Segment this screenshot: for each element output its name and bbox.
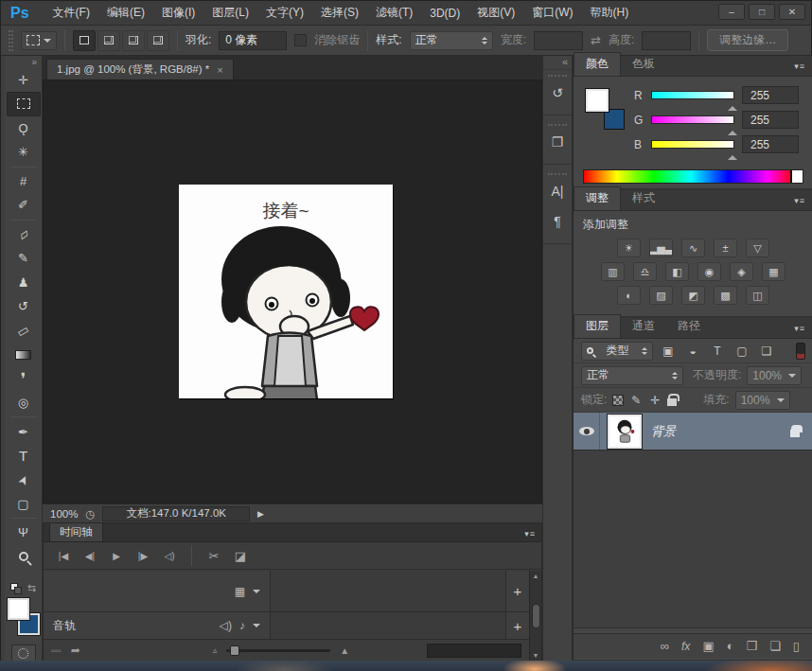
antialias-checkbox[interactable] [294,34,307,46]
toolbar-collapse-icon[interactable]: » [5,56,42,68]
lock-transparency-icon[interactable] [612,395,624,406]
brightness-contrast-icon[interactable]: ☀ [617,238,641,257]
first-frame-button[interactable]: |◀ [51,545,76,566]
maximize-button[interactable]: □ [749,4,775,20]
timeline-horizontal-scrollbar[interactable] [427,644,521,658]
color-lookup-icon[interactable]: ▦ [762,262,786,281]
video-keyframe-area[interactable] [271,571,506,611]
new-layer-icon[interactable]: ❏ [769,639,781,653]
color-spectrum-ramp[interactable] [583,169,803,184]
green-value-input[interactable]: 255 [742,111,799,129]
previous-frame-button[interactable]: ◀| [78,545,102,566]
history-panel-button[interactable]: ↺ [545,80,570,105]
filter-adjustment-layers-icon[interactable]: ◒ [683,344,702,358]
close-button[interactable]: ✕ [779,4,805,20]
add-audio-button[interactable]: + [506,612,529,639]
scroll-down-icon[interactable]: ▼ [533,652,539,659]
add-layer-mask-icon[interactable]: ▣ [702,639,714,653]
new-group-icon[interactable]: ❒ [747,639,758,653]
type-tool[interactable]: T [7,444,41,468]
minimize-button[interactable]: – [718,4,745,20]
layer-name[interactable]: 背景 [651,423,790,440]
split-clip-button[interactable]: ✂ [202,545,226,566]
shape-tool[interactable]: ▢ [7,492,41,516]
slider-thumb-icon[interactable] [728,101,737,111]
foreground-color-swatch[interactable] [585,88,609,113]
crop-tool[interactable]: # [7,169,41,193]
visibility-cell[interactable] [574,413,600,450]
new-adjustment-layer-icon[interactable]: ◐ [727,639,734,653]
menu-type[interactable]: 文字(Y) [257,1,312,25]
status-expand-icon[interactable]: ▶ [257,509,264,519]
brush-tool[interactable]: ✎ [7,246,41,270]
tab-close-icon[interactable]: × [217,64,222,76]
layer-thumbnail[interactable] [608,415,642,449]
quick-mask-button[interactable] [11,645,36,662]
red-slider[interactable] [651,91,734,99]
dodge-tool[interactable]: ◎ [7,391,41,415]
zoom-tool[interactable] [7,545,41,569]
add-to-selection-button[interactable] [97,30,120,51]
filter-on-off-toggle[interactable] [796,343,805,360]
timeline-vertical-scrollbar[interactable]: ▲ ▼ [529,571,541,661]
panel-menu-icon[interactable]: ▾≡ [788,193,811,208]
tab-timeline[interactable]: 时间轴 [49,522,103,541]
panel-menu-icon[interactable]: ▾≡ [788,321,811,336]
gradient-tool[interactable] [7,343,41,366]
layer-row-background[interactable]: 背景 [574,413,812,450]
filter-smart-objects-icon[interactable]: ❏ [757,344,776,358]
filter-shape-layers-icon[interactable]: ▢ [733,344,751,358]
properties-panel-button[interactable]: ❐ [545,130,570,154]
timeline-zoom-slider[interactable] [226,649,330,652]
invert-icon[interactable]: ◐ [617,286,641,305]
expand-panels-icon[interactable]: « [543,56,572,70]
lock-position-icon[interactable]: ✛ [648,394,662,407]
document-tab[interactable]: 1.jpg @ 100% (背景, RGB/8#) * × [46,59,234,79]
zoom-slider-thumb[interactable] [230,645,239,656]
delete-layer-icon[interactable]: ▯ [793,639,800,653]
red-value-input[interactable]: 255 [742,86,799,104]
refine-edge-button[interactable]: 调整边缘… [707,29,788,51]
tab-channels[interactable]: 通道 [621,315,666,338]
curves-icon[interactable]: ∿ [681,238,705,257]
filter-type-select[interactable]: 类型 [581,342,653,361]
menu-edit[interactable]: 编辑(E) [98,1,153,25]
filter-pixel-layers-icon[interactable]: ▣ [659,344,678,358]
intersect-selection-button[interactable] [147,30,169,51]
lasso-tool[interactable]: Ǫ [7,116,41,140]
channel-mixer-icon[interactable]: ◈ [730,262,753,281]
move-tool[interactable]: ✛ [7,68,41,92]
blur-tool[interactable]: ❜ [7,366,41,390]
swap-dimensions-icon[interactable]: ⇄ [591,33,601,47]
film-icon[interactable]: ▦ [235,585,245,598]
filter-type-layers-icon[interactable]: T [708,344,727,358]
menu-3d[interactable]: 3D(D) [421,3,468,24]
threshold-icon[interactable]: ◩ [681,286,705,305]
render-arrow-icon[interactable]: ➦ [71,644,80,657]
panel-menu-icon[interactable]: ▾≡ [519,526,541,541]
speaker-icon[interactable]: ◁) [220,619,232,632]
audio-keyframe-area[interactable] [271,612,506,639]
foreground-color-swatch[interactable] [8,598,29,620]
panel-menu-icon[interactable]: ▾≡ [788,59,811,74]
audio-track-row[interactable]: 音轨 ◁) ♪ + [44,612,529,640]
blue-slider[interactable] [651,140,734,149]
slider-thumb-icon[interactable] [728,126,737,135]
layer-style-icon[interactable]: fx [681,640,690,653]
hue-saturation-icon[interactable]: ▥ [601,262,625,281]
history-brush-tool[interactable]: ↺ [7,294,41,318]
opacity-select[interactable]: 100% [747,366,802,385]
canvas-image[interactable]: 接着~ [179,185,393,398]
posterize-icon[interactable]: ▨ [649,286,673,305]
black-white-icon[interactable]: ◧ [665,262,689,281]
selective-color-icon[interactable]: ◫ [746,286,769,305]
chevron-down-icon[interactable] [253,590,260,597]
paragraph-panel-button[interactable]: ¶ [545,209,570,234]
video-track-row[interactable]: ▦ + [44,571,529,612]
character-panel-button[interactable]: A| [545,179,570,203]
style-select[interactable]: 正常 [410,31,493,50]
scroll-up-icon[interactable]: ▲ [533,573,539,579]
vibrance-icon[interactable]: ▽ [746,238,769,257]
menu-file[interactable]: 文件(F) [44,1,98,25]
green-slider[interactable] [651,115,734,124]
